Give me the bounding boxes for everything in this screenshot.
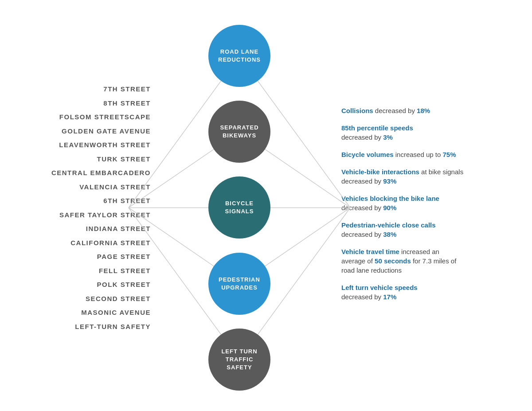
- inventory-item: TURK STREET: [97, 152, 151, 166]
- result-item-bicycle: Bicycle volumes increased up to 75%: [341, 150, 519, 159]
- inventory-item: 8TH STREET: [103, 96, 151, 110]
- result-bold-speeds: 85th percentile speeds: [341, 124, 413, 132]
- result-item-vehicle-bike: Vehicle-bike interactions at bike signal…: [341, 167, 519, 186]
- toolbox-column: ROAD LANEREDUCTIONSSEPARATEDBIKEWAYSBICY…: [164, 13, 315, 402]
- result-bold-collisions: Collisions: [341, 107, 373, 114]
- result-bold-blocking: Vehicles blocking the bike lane: [341, 195, 439, 202]
- result-highlight-bicycle: 75%: [442, 151, 456, 158]
- inventory-item: CENTRAL EMBARCADERO: [51, 166, 151, 180]
- inventory-item: PAGE STREET: [97, 250, 151, 264]
- result-bold-left-turn: Left turn vehicle speeds: [341, 284, 418, 291]
- result-item-pedestrian: Pedestrian-vehicle close callsdecreased …: [341, 220, 519, 239]
- result-highlight-travel-time: 50 seconds: [375, 257, 411, 265]
- result-item-travel-time: Vehicle travel time increased anaverage …: [341, 247, 519, 275]
- inventory-item: MASONIC AVENUE: [81, 305, 151, 320]
- result-bold-vehicle-bike: Vehicle-bike interactions: [341, 168, 419, 176]
- inventory-item: POLK STREET: [97, 278, 151, 292]
- inventory-item: FOLSOM STREETSCAPE: [59, 110, 151, 124]
- result-highlight-blocking: 90%: [383, 204, 396, 211]
- content-area: 7TH STREET8TH STREETFOLSOM STREETSCAPEGO…: [13, 13, 519, 402]
- result-bold-pedestrian: Pedestrian-vehicle close calls: [341, 221, 436, 229]
- result-highlight-collisions: 18%: [417, 107, 430, 114]
- inventory-item: LEFT-TURN SAFETY: [75, 320, 151, 334]
- result-item-speeds: 85th percentile speedsdecreased by 3%: [341, 123, 519, 142]
- toolbox-circle-1: SEPARATEDBIKEWAYS: [208, 101, 270, 163]
- result-highlight-left-turn: 17%: [383, 293, 396, 301]
- result-item-blocking: Vehicles blocking the bike lanedecreased…: [341, 194, 519, 212]
- inventory-item: LEAVENWORTH STREET: [59, 138, 151, 152]
- result-item-left-turn: Left turn vehicle speedsdecreased by 17%: [341, 283, 519, 301]
- inventory-item: SECOND STREET: [86, 292, 151, 306]
- inventory-item: 6TH STREET: [103, 194, 151, 208]
- result-item-collisions: Collisions decreased by 18%: [341, 106, 519, 115]
- main-container: 7TH STREET8TH STREETFOLSOM STREETSCAPEGO…: [0, 0, 532, 411]
- inventory-item: INDIANA STREET: [86, 222, 151, 236]
- toolbox-circle-0: ROAD LANEREDUCTIONS: [208, 25, 270, 87]
- toolbox-circle-2: BICYCLESIGNALS: [208, 176, 270, 239]
- inventory-item: CALIFORNIA STREET: [70, 236, 151, 250]
- inventory-item: FELL STREET: [99, 264, 151, 278]
- result-bold-bicycle: Bicycle volumes: [341, 151, 394, 158]
- result-highlight-vehicle-bike: 93%: [383, 177, 396, 185]
- inventory-item: 7TH STREET: [103, 82, 151, 96]
- inventory-item: GOLDEN GATE AVENUE: [62, 124, 151, 138]
- result-bold-travel-time: Vehicle travel time: [341, 248, 399, 255]
- toolbox-circle-3: PEDESTRIANUPGRADES: [208, 253, 270, 315]
- result-highlight-pedestrian: 38%: [383, 231, 396, 238]
- toolbox-circle-4: LEFT TURNTRAFFICSAFETY: [208, 329, 270, 391]
- result-highlight-speeds: 3%: [383, 133, 393, 141]
